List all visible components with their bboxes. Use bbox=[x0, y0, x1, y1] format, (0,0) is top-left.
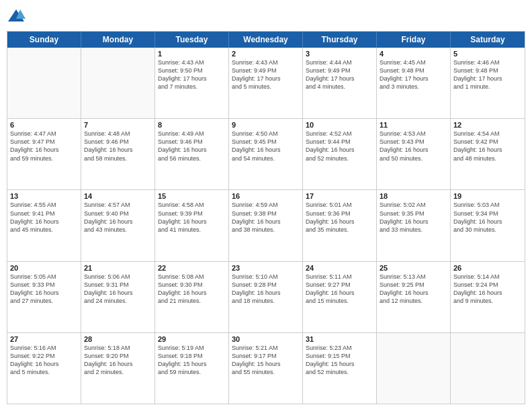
cell-line: Sunset: 9:48 PM bbox=[380, 66, 447, 75]
cell-line: Sunset: 9:44 PM bbox=[306, 138, 373, 146]
day-number: 12 bbox=[453, 121, 522, 129]
cell-line: Sunrise: 4:57 AM bbox=[84, 201, 152, 209]
cell-line: Sunrise: 4:54 AM bbox=[453, 130, 522, 138]
day-number: 17 bbox=[306, 192, 373, 200]
cell-line: Sunset: 9:38 PM bbox=[232, 210, 300, 218]
cell-line: and 27 minutes. bbox=[10, 297, 78, 305]
cell-line: and 50 minutes. bbox=[380, 154, 447, 163]
header-day-sunday: Sunday bbox=[7, 32, 81, 48]
cell-line: Sunrise: 5:16 AM bbox=[10, 344, 78, 352]
cell-line: Sunrise: 5:06 AM bbox=[84, 273, 152, 281]
cell-line: and 52 minutes. bbox=[306, 368, 373, 376]
calendar-body: 1Sunrise: 4:43 AMSunset: 9:50 PMDaylight… bbox=[7, 48, 525, 404]
cell-line: and 30 minutes. bbox=[453, 226, 522, 234]
cell-line: Daylight: 16 hours bbox=[10, 146, 78, 154]
cal-cell-14: 14Sunrise: 4:57 AMSunset: 9:40 PMDayligh… bbox=[81, 190, 155, 261]
cell-line: Daylight: 16 hours bbox=[380, 289, 447, 297]
cell-line: Sunset: 9:27 PM bbox=[306, 281, 373, 289]
logo bbox=[7, 7, 28, 26]
cal-cell-12: 12Sunrise: 4:54 AMSunset: 9:42 PMDayligh… bbox=[451, 119, 525, 189]
header-day-monday: Monday bbox=[81, 32, 155, 48]
cal-cell-6: 6Sunrise: 4:47 AMSunset: 9:47 PMDaylight… bbox=[7, 119, 81, 189]
cal-cell-8: 8Sunrise: 4:49 AMSunset: 9:46 PMDaylight… bbox=[155, 119, 229, 189]
cell-line: and 21 minutes. bbox=[158, 297, 226, 305]
cell-line: Sunset: 9:49 PM bbox=[232, 66, 300, 75]
cell-line: Daylight: 16 hours bbox=[232, 289, 300, 297]
cell-line: and 58 minutes. bbox=[84, 154, 152, 163]
day-number: 2 bbox=[232, 50, 300, 58]
cal-cell-22: 22Sunrise: 5:08 AMSunset: 9:30 PMDayligh… bbox=[155, 262, 229, 332]
day-number: 3 bbox=[306, 50, 373, 58]
cell-line: Daylight: 16 hours bbox=[10, 218, 78, 226]
cal-cell-26: 26Sunrise: 5:14 AMSunset: 9:24 PMDayligh… bbox=[451, 262, 525, 332]
cell-line: Daylight: 16 hours bbox=[84, 360, 152, 368]
cal-cell-10: 10Sunrise: 4:52 AMSunset: 9:44 PMDayligh… bbox=[303, 119, 377, 189]
cal-cell-18: 18Sunrise: 5:02 AMSunset: 9:35 PMDayligh… bbox=[377, 190, 451, 261]
cell-line: Daylight: 16 hours bbox=[306, 289, 373, 297]
cell-line: Sunset: 9:36 PM bbox=[306, 210, 373, 218]
cell-line: Sunrise: 5:02 AM bbox=[380, 201, 447, 209]
logo-icon bbox=[7, 7, 26, 26]
day-number: 25 bbox=[380, 264, 447, 272]
cal-cell-25: 25Sunrise: 5:13 AMSunset: 9:25 PMDayligh… bbox=[377, 262, 451, 332]
day-number: 4 bbox=[380, 50, 447, 58]
calendar-row-4: 20Sunrise: 5:05 AMSunset: 9:33 PMDayligh… bbox=[7, 262, 525, 333]
day-number: 18 bbox=[380, 192, 447, 200]
header bbox=[7, 7, 525, 26]
cal-cell-28: 28Sunrise: 5:18 AMSunset: 9:20 PMDayligh… bbox=[81, 333, 155, 404]
cell-line: Sunrise: 4:48 AM bbox=[84, 130, 152, 138]
cell-line: Daylight: 16 hours bbox=[158, 146, 226, 154]
day-number: 11 bbox=[380, 121, 447, 129]
cell-line: Sunrise: 5:10 AM bbox=[232, 273, 300, 281]
cell-line: Daylight: 16 hours bbox=[306, 218, 373, 226]
cal-cell-21: 21Sunrise: 5:06 AMSunset: 9:31 PMDayligh… bbox=[81, 262, 155, 332]
cell-line: and 7 minutes. bbox=[158, 83, 226, 91]
cell-line: Sunset: 9:42 PM bbox=[453, 138, 522, 146]
cell-line: Daylight: 16 hours bbox=[10, 289, 78, 297]
day-number: 30 bbox=[232, 335, 300, 343]
cell-line: and 12 minutes. bbox=[380, 297, 447, 305]
day-number: 13 bbox=[10, 192, 78, 200]
cell-line: Sunset: 9:46 PM bbox=[84, 138, 152, 146]
cell-line: Daylight: 17 hours bbox=[158, 75, 226, 83]
cell-line: Sunset: 9:43 PM bbox=[380, 138, 447, 146]
cell-line: Sunset: 9:41 PM bbox=[10, 210, 78, 218]
cell-line: Daylight: 16 hours bbox=[84, 218, 152, 226]
cell-line: Sunrise: 5:03 AM bbox=[453, 201, 522, 209]
cell-line: Sunrise: 5:08 AM bbox=[158, 273, 226, 281]
cell-line: Sunrise: 4:49 AM bbox=[158, 130, 226, 138]
cell-line: Sunset: 9:31 PM bbox=[84, 281, 152, 289]
cell-line: Sunrise: 4:53 AM bbox=[380, 130, 447, 138]
cell-line: Daylight: 16 hours bbox=[232, 218, 300, 226]
cell-line: Sunset: 9:22 PM bbox=[10, 352, 78, 360]
cal-cell-19: 19Sunrise: 5:03 AMSunset: 9:34 PMDayligh… bbox=[451, 190, 525, 261]
cal-cell-3: 3Sunrise: 4:44 AMSunset: 9:49 PMDaylight… bbox=[303, 48, 377, 118]
cell-line: Daylight: 17 hours bbox=[453, 75, 522, 83]
day-number: 31 bbox=[306, 335, 373, 343]
cell-line: Sunrise: 5:14 AM bbox=[453, 273, 522, 281]
day-number: 29 bbox=[158, 335, 226, 343]
day-number: 22 bbox=[158, 264, 226, 272]
cal-cell-23: 23Sunrise: 5:10 AMSunset: 9:28 PMDayligh… bbox=[229, 262, 303, 332]
header-day-saturday: Saturday bbox=[451, 32, 525, 48]
cal-cell-24: 24Sunrise: 5:11 AMSunset: 9:27 PMDayligh… bbox=[303, 262, 377, 332]
cell-line: Sunset: 9:28 PM bbox=[232, 281, 300, 289]
day-number: 20 bbox=[10, 264, 78, 272]
cell-line: Sunset: 9:30 PM bbox=[158, 281, 226, 289]
cell-line: Sunrise: 5:11 AM bbox=[306, 273, 373, 281]
cell-line: Sunset: 9:25 PM bbox=[380, 281, 447, 289]
cell-line: Sunrise: 5:23 AM bbox=[306, 344, 373, 352]
day-number: 23 bbox=[232, 264, 300, 272]
day-number: 1 bbox=[158, 50, 226, 58]
cell-line: Daylight: 16 hours bbox=[158, 289, 226, 297]
cell-line: Sunset: 9:34 PM bbox=[453, 210, 522, 218]
calendar-row-3: 13Sunrise: 4:55 AMSunset: 9:41 PMDayligh… bbox=[7, 190, 525, 261]
header-day-thursday: Thursday bbox=[303, 32, 377, 48]
cell-line: Daylight: 15 hours bbox=[232, 360, 300, 368]
cell-line: Daylight: 15 hours bbox=[158, 360, 226, 368]
cell-line: Sunrise: 4:47 AM bbox=[10, 130, 78, 138]
cell-line: Sunset: 9:47 PM bbox=[10, 138, 78, 146]
cal-cell-4: 4Sunrise: 4:45 AMSunset: 9:48 PMDaylight… bbox=[377, 48, 451, 118]
cell-line: and 2 minutes. bbox=[84, 368, 152, 376]
day-number: 7 bbox=[84, 121, 152, 129]
